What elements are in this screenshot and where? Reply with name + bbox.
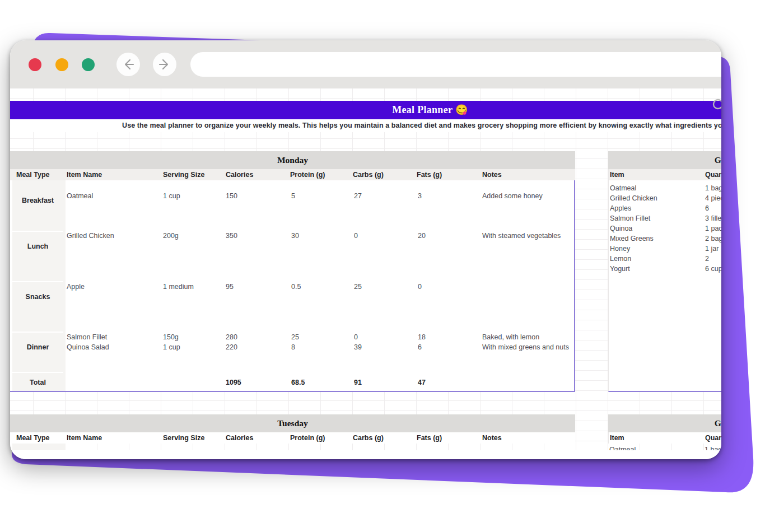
grocery-row[interactable]: Salmon Fillet 3 fillets xyxy=(609,213,721,223)
grocery-list-banner-tuesday[interactable]: Grocery List xyxy=(608,414,721,432)
cell-grocery-qty[interactable]: 3 fillets xyxy=(705,213,721,223)
meal-type-snacks[interactable]: Snacks xyxy=(10,292,66,302)
cell-notes[interactable]: With mixed greens and nuts xyxy=(482,342,569,352)
cell-grocery-item[interactable]: Salmon Fillet xyxy=(610,213,650,223)
cell-notes[interactable]: With steamed vegetables xyxy=(482,231,561,241)
cell-fats[interactable]: 18 xyxy=(418,332,426,342)
cell-total-fats[interactable]: 47 xyxy=(418,377,426,388)
cell-grocery-item[interactable]: Honey xyxy=(610,244,630,254)
meal-type-lunch[interactable]: Lunch xyxy=(10,241,66,251)
grocery-row[interactable]: Yogurt 6 cups xyxy=(609,264,721,274)
spreadsheet: Meal Planner 😋 Use the meal planner to o… xyxy=(10,88,721,459)
cell-item[interactable]: Grilled Chicken xyxy=(67,231,114,241)
cell-carbs[interactable]: 0 xyxy=(354,231,358,241)
cell-notes[interactable]: Baked, with lemon xyxy=(482,332,539,342)
page-title-text: Meal Planner xyxy=(392,104,453,115)
address-bar-input[interactable] xyxy=(190,52,721,77)
cell-calories[interactable]: 280 xyxy=(226,332,237,342)
cell-fats[interactable]: 0 xyxy=(418,282,422,292)
cell-fats[interactable]: 6 xyxy=(418,342,422,352)
cell-serving[interactable]: 200g xyxy=(163,231,179,241)
table-row[interactable]: Salmon Fillet 150g 280 25 0 18 Baked, wi… xyxy=(10,332,574,342)
cell-grocery-qty[interactable]: 1 bag xyxy=(705,183,721,193)
cell-fats[interactable]: 20 xyxy=(418,231,426,241)
monday-header-row[interactable]: Meal Type Item Name Serving Size Calorie… xyxy=(10,169,575,180)
back-button[interactable] xyxy=(116,53,140,76)
cell-item[interactable]: Oatmeal xyxy=(67,191,93,201)
forward-button[interactable] xyxy=(153,53,176,76)
sheet-subtitle: Use the meal planner to organize your we… xyxy=(122,119,721,132)
col-header-fats: Fats (g) xyxy=(417,432,442,444)
cell-total-carbs[interactable]: 91 xyxy=(354,377,362,388)
col-header-serving-size: Serving Size xyxy=(163,169,204,180)
grocery-header-row-tuesday[interactable]: Item Quantity xyxy=(608,432,721,444)
table-row[interactable]: Oatmeal 1 cup 150 5 27 3 Added some hone… xyxy=(10,191,574,201)
cell-grocery-qty[interactable]: 1 jar xyxy=(705,244,719,254)
cell-calories[interactable]: 95 xyxy=(226,282,234,292)
maximize-window-button[interactable] xyxy=(82,58,95,71)
cell-protein[interactable]: 25 xyxy=(291,332,299,342)
grocery-row[interactable]: Honey 1 jar xyxy=(609,244,721,254)
tuesday-banner[interactable]: Tuesday xyxy=(10,414,575,432)
grocery-list-banner[interactable]: Grocery List xyxy=(608,151,721,169)
cell-protein[interactable]: 8 xyxy=(291,342,295,352)
cell-grocery-qty[interactable]: 1 pack xyxy=(705,223,721,234)
col-header-meal-type: Meal Type xyxy=(16,169,50,180)
grocery-row[interactable]: Quinoa 1 pack xyxy=(609,223,721,234)
cell-carbs[interactable]: 25 xyxy=(354,282,362,292)
col-header-notes: Notes xyxy=(482,432,502,444)
cell-calories[interactable]: 220 xyxy=(226,342,237,352)
cell-grocery-item[interactable]: Mixed Greens xyxy=(610,234,654,244)
cell-grocery-qty[interactable]: 6 cups xyxy=(705,264,721,274)
grocery-row[interactable]: Lemon 2 xyxy=(609,254,721,264)
cell-calories[interactable]: 150 xyxy=(226,191,237,201)
cell-serving[interactable]: 150g xyxy=(163,332,179,342)
col-header-protein: Protein (g) xyxy=(290,169,325,180)
cell-carbs[interactable]: 39 xyxy=(354,342,362,352)
col-header-carbs: Carbs (g) xyxy=(353,169,384,180)
grocery-list-body: Oatmeal 1 bag Grilled Chicken 4 pieces A… xyxy=(608,180,721,392)
minimize-window-button[interactable] xyxy=(55,58,68,71)
grocery-row[interactable]: Oatmeal 1 bag xyxy=(609,183,721,193)
cell-serving[interactable]: 1 medium xyxy=(163,282,194,292)
total-row[interactable]: 1095 68.5 91 47 xyxy=(10,377,574,388)
cell-total-calories[interactable]: 1095 xyxy=(226,377,241,388)
cell-calories[interactable]: 350 xyxy=(226,231,237,241)
tuesday-header-row[interactable]: Meal Type Item Name Serving Size Calorie… xyxy=(10,432,575,444)
cell-item[interactable]: Apple xyxy=(67,282,85,292)
cell-protein[interactable]: 0.5 xyxy=(291,282,301,292)
cell-grocery-qty[interactable]: 2 xyxy=(705,254,709,264)
table-row[interactable]: Quinoa Salad 1 cup 220 8 39 6 With mixed… xyxy=(10,342,574,352)
cell-total-protein[interactable]: 68.5 xyxy=(291,377,305,388)
cell-grocery-item[interactable]: Quinoa xyxy=(610,223,632,234)
cell-grocery-item[interactable]: Lemon xyxy=(610,254,631,264)
sheet-title-bar[interactable] xyxy=(10,101,721,119)
cell-grocery-qty[interactable]: 2 bags xyxy=(705,234,721,244)
monday-banner[interactable]: Monday xyxy=(10,151,575,169)
cell-grocery-item[interactable]: Yogurt xyxy=(610,264,630,274)
cell-protein[interactable]: 5 xyxy=(291,191,295,201)
search-icon[interactable] xyxy=(711,98,721,113)
cell-grocery-item[interactable]: Apples xyxy=(610,203,631,213)
cell-grocery-qty[interactable]: 4 pieces xyxy=(705,193,721,203)
cell-notes[interactable]: Added some honey xyxy=(482,191,543,201)
cell-serving[interactable]: 1 cup xyxy=(163,191,180,201)
grocery-row[interactable]: Apples 6 xyxy=(609,203,721,213)
cell-grocery-item[interactable]: Grilled Chicken xyxy=(610,193,657,203)
table-row[interactable]: Apple 1 medium 95 0.5 25 0 xyxy=(10,282,574,292)
cell-grocery-qty[interactable]: 6 xyxy=(705,203,709,213)
table-row[interactable]: Grilled Chicken 200g 350 30 0 20 With st… xyxy=(10,231,574,241)
grocery-header-row[interactable]: Item Quantity xyxy=(608,169,721,180)
cell-item[interactable]: Salmon Fillet xyxy=(67,332,107,342)
cell-fats[interactable]: 3 xyxy=(418,191,422,201)
tuesday-banner-label: Tuesday xyxy=(277,418,308,428)
cell-serving[interactable]: 1 cup xyxy=(163,342,180,352)
cell-carbs[interactable]: 0 xyxy=(354,332,358,342)
grocery-row[interactable]: Mixed Greens 2 bags xyxy=(609,234,721,244)
cell-item[interactable]: Quinoa Salad xyxy=(67,342,109,352)
grocery-row[interactable]: Grilled Chicken 4 pieces xyxy=(609,193,721,203)
cell-protein[interactable]: 30 xyxy=(291,231,299,241)
cell-carbs[interactable]: 27 xyxy=(354,191,362,201)
cell-grocery-item[interactable]: Oatmeal xyxy=(610,183,636,193)
close-window-button[interactable] xyxy=(29,58,41,71)
